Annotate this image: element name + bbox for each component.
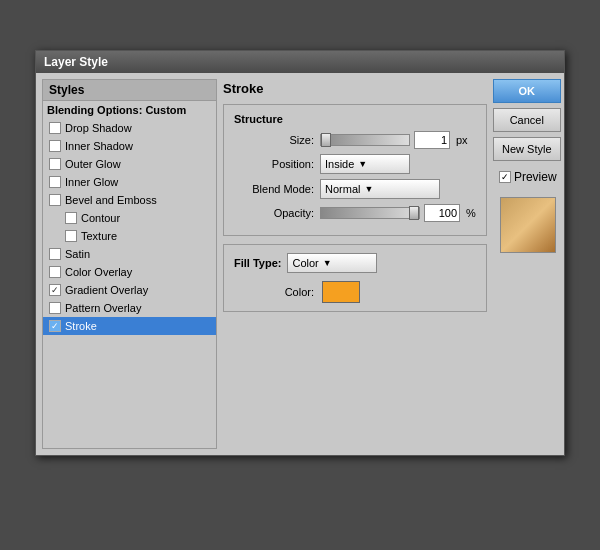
inner-glow-label: Inner Glow: [65, 176, 118, 188]
sidebar-item-gradient-overlay[interactable]: Gradient Overlay: [43, 281, 216, 299]
blend-mode-dropdown[interactable]: Normal ▼: [320, 179, 440, 199]
stroke-checkbox[interactable]: [49, 320, 61, 332]
inner-shadow-label: Inner Shadow: [65, 140, 133, 152]
pattern-overlay-label: Pattern Overlay: [65, 302, 141, 314]
structure-label: Structure: [234, 113, 476, 125]
opacity-unit: %: [466, 207, 476, 219]
structure-group: Structure Size: px Position:: [223, 104, 487, 236]
layer-style-dialog: Layer Style Styles Blending Options: Cus…: [35, 50, 565, 456]
opacity-input[interactable]: [424, 204, 460, 222]
bevel-emboss-label: Bevel and Emboss: [65, 194, 157, 206]
opacity-row: Opacity: %: [234, 204, 476, 222]
opacity-label: Opacity:: [234, 207, 314, 219]
cancel-button[interactable]: Cancel: [493, 108, 561, 132]
color-row: Color:: [234, 281, 476, 303]
color-overlay-label: Color Overlay: [65, 266, 132, 278]
size-slider-container: px: [320, 131, 468, 149]
styles-header: Styles: [43, 80, 216, 101]
sidebar-item-bevel-emboss[interactable]: Bevel and Emboss: [43, 191, 216, 209]
satin-checkbox[interactable]: [49, 248, 61, 260]
size-slider-thumb[interactable]: [321, 133, 331, 147]
preview-checkbox[interactable]: [499, 171, 511, 183]
color-swatch[interactable]: [322, 281, 360, 303]
texture-label: Texture: [81, 230, 117, 242]
section-title: Stroke: [223, 79, 487, 98]
sidebar-item-texture[interactable]: Texture: [59, 227, 216, 245]
outer-glow-label: Outer Glow: [65, 158, 121, 170]
blend-mode-value: Normal: [325, 183, 360, 195]
blend-mode-label: Blend Mode:: [234, 183, 314, 195]
sidebar-item-inner-glow[interactable]: Inner Glow: [43, 173, 216, 191]
position-value: Inside: [325, 158, 354, 170]
gradient-overlay-checkbox[interactable]: [49, 284, 61, 296]
drop-shadow-label: Drop Shadow: [65, 122, 132, 134]
opacity-slider-track[interactable]: [320, 207, 420, 219]
right-panel: OK Cancel New Style Preview: [493, 79, 563, 449]
preview-row: Preview: [493, 170, 563, 184]
fill-type-dropdown-arrow: ▼: [323, 258, 332, 268]
preview-area: [493, 197, 563, 253]
blending-options-label: Blending Options: Custom: [47, 104, 186, 116]
sidebar-item-stroke[interactable]: Stroke: [43, 317, 216, 335]
size-row: Size: px: [234, 131, 476, 149]
color-label: Color:: [234, 286, 314, 298]
contour-checkbox[interactable]: [65, 212, 77, 224]
fill-type-section: Fill Type: Color ▼ Color:: [223, 244, 487, 312]
fill-type-row: Fill Type: Color ▼: [234, 253, 476, 273]
fill-type-value: Color: [292, 257, 318, 269]
inner-glow-checkbox[interactable]: [49, 176, 61, 188]
new-style-button[interactable]: New Style: [493, 137, 561, 161]
sidebar-item-drop-shadow[interactable]: Drop Shadow: [43, 119, 216, 137]
color-overlay-checkbox[interactable]: [49, 266, 61, 278]
title-bar: Layer Style: [36, 51, 564, 73]
position-label: Position:: [234, 158, 314, 170]
sidebar-item-contour[interactable]: Contour: [59, 209, 216, 227]
inner-shadow-checkbox[interactable]: [49, 140, 61, 152]
preview-label: Preview: [514, 170, 557, 184]
dialog-content: Styles Blending Options: Custom Drop Sha…: [36, 73, 564, 455]
sidebar-item-pattern-overlay[interactable]: Pattern Overlay: [43, 299, 216, 317]
position-dropdown[interactable]: Inside ▼: [320, 154, 410, 174]
texture-checkbox[interactable]: [65, 230, 77, 242]
blend-mode-dropdown-arrow: ▼: [364, 184, 373, 194]
drop-shadow-checkbox[interactable]: [49, 122, 61, 134]
fill-type-dropdown[interactable]: Color ▼: [287, 253, 377, 273]
satin-label: Satin: [65, 248, 90, 260]
position-row: Position: Inside ▼: [234, 154, 476, 174]
ok-button[interactable]: OK: [493, 79, 561, 103]
preview-thumbnail: [500, 197, 556, 253]
gradient-overlay-label: Gradient Overlay: [65, 284, 148, 296]
contour-label: Contour: [81, 212, 120, 224]
position-dropdown-arrow: ▼: [358, 159, 367, 169]
sidebar-item-outer-glow[interactable]: Outer Glow: [43, 155, 216, 173]
size-unit: px: [456, 134, 468, 146]
size-label: Size:: [234, 134, 314, 146]
pattern-overlay-checkbox[interactable]: [49, 302, 61, 314]
sidebar-item-blending-options[interactable]: Blending Options: Custom: [43, 101, 216, 119]
opacity-slider-thumb[interactable]: [409, 206, 419, 220]
main-panel: Stroke Structure Size: px: [223, 79, 487, 449]
dialog-title: Layer Style: [44, 55, 108, 69]
blend-mode-row: Blend Mode: Normal ▼: [234, 179, 476, 199]
opacity-slider-container: %: [320, 204, 476, 222]
stroke-label: Stroke: [65, 320, 97, 332]
outer-glow-checkbox[interactable]: [49, 158, 61, 170]
size-slider-track[interactable]: [320, 134, 410, 146]
bevel-emboss-checkbox[interactable]: [49, 194, 61, 206]
left-panel: Styles Blending Options: Custom Drop Sha…: [42, 79, 217, 449]
size-input[interactable]: [414, 131, 450, 149]
sidebar-item-inner-shadow[interactable]: Inner Shadow: [43, 137, 216, 155]
sidebar-item-color-overlay[interactable]: Color Overlay: [43, 263, 216, 281]
fill-type-label: Fill Type:: [234, 257, 281, 269]
sidebar-item-satin[interactable]: Satin: [43, 245, 216, 263]
